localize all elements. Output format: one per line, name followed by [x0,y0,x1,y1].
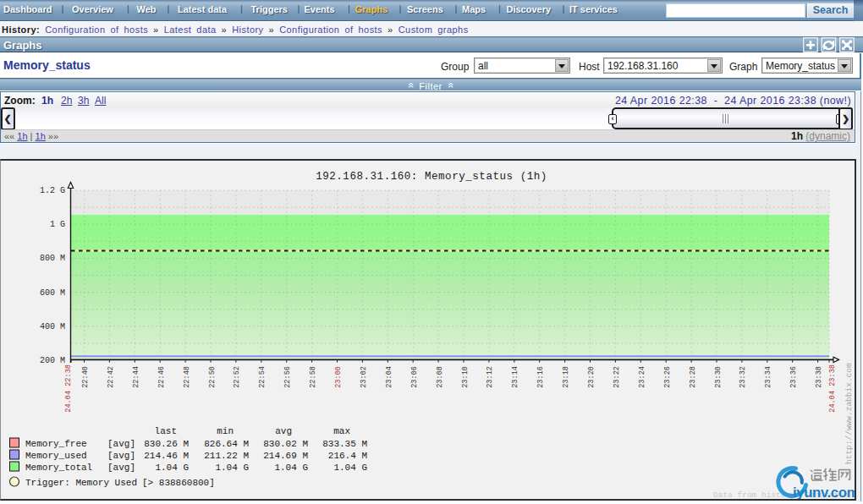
svg-text:23:14: 23:14 [511,366,519,388]
svg-text:[avg]: [avg] [107,463,135,473]
svg-text:22:44: 22:44 [132,366,140,388]
svg-text:1.04 G: 1.04 G [333,463,367,473]
svg-text:max: max [333,426,350,436]
svg-text:23:36: 23:36 [789,366,798,388]
svg-text:23:12: 23:12 [486,366,494,388]
svg-text:[avg]: [avg] [107,439,135,449]
svg-text:1.04 G: 1.04 G [274,463,308,473]
svg-text:22:58: 22:58 [309,366,317,388]
svg-text:830.02 M: 830.02 M [263,439,308,449]
svg-text:1.04 G: 1.04 G [155,463,189,473]
svg-text:Memory_total: Memory_total [25,463,92,473]
svg-text:23:26: 23:26 [663,366,672,388]
svg-text:23:04: 23:04 [385,366,393,388]
svg-text:23:38: 23:38 [815,366,823,388]
svg-text:23:08: 23:08 [436,366,444,388]
svg-text:Memory_free: Memory_free [25,439,87,449]
svg-text:211.22 M: 211.22 M [204,451,249,461]
svg-text:22:54: 22:54 [258,366,267,388]
svg-text:24.04 22:38: 24.04 22:38 [64,364,73,413]
svg-text:23:06: 23:06 [410,366,419,388]
svg-text:22:52: 22:52 [233,366,241,388]
svg-text:826.64 M: 826.64 M [204,439,249,449]
svg-text:400 M: 400 M [40,322,65,331]
svg-text:22:56: 22:56 [283,366,292,388]
svg-text:23:30: 23:30 [714,366,723,388]
svg-text:24.04 23:38: 24.04 23:38 [828,364,837,413]
svg-text:200 M: 200 M [40,356,65,365]
svg-text:22:50: 22:50 [208,366,217,388]
svg-text:23:32: 23:32 [739,366,747,388]
svg-text:22:46: 22:46 [157,366,166,388]
svg-text:216.4 M: 216.4 M [328,451,367,461]
svg-text:830.26 M: 830.26 M [144,439,189,449]
svg-text:800 M: 800 M [40,254,65,263]
svg-text:23:00: 23:00 [334,366,343,388]
svg-text:Memory_used: Memory_used [25,451,87,461]
svg-text:22:40: 22:40 [81,366,90,388]
svg-text:Trigger: Memory Used: Trigger: Memory Used [25,478,137,488]
svg-text:[avg]: [avg] [107,451,135,461]
svg-text:1.04 G: 1.04 G [215,463,249,473]
svg-text:23:28: 23:28 [689,366,697,388]
svg-text:23:34: 23:34 [764,366,772,388]
svg-text:last: last [155,426,177,436]
svg-text:[> 838860800]: [> 838860800] [142,478,215,488]
svg-text:23:20: 23:20 [587,366,596,388]
svg-text:1.2 G: 1.2 G [40,186,65,195]
svg-text:22:48: 22:48 [183,366,191,388]
svg-text:23:02: 23:02 [360,366,368,388]
svg-text:23:16: 23:16 [536,366,545,388]
svg-text:192.168.31.160: Memory_status: 192.168.31.160: Memory_status (1h) [316,171,547,183]
svg-text:23:10: 23:10 [461,366,470,388]
svg-text:avg: avg [275,426,292,436]
svg-text:833.35 M: 833.35 M [322,439,367,449]
svg-text:23:22: 23:22 [613,366,621,388]
svg-text:23:18: 23:18 [562,366,570,388]
svg-text:22:42: 22:42 [107,366,115,388]
svg-text:214.69 M: 214.69 M [263,451,308,461]
svg-text:http://www.zabbix.com: http://www.zabbix.com [844,363,854,464]
svg-text:600 M: 600 M [40,288,65,298]
svg-text:min: min [217,426,234,436]
svg-text:1 G: 1 G [50,220,65,229]
svg-text:214.46 M: 214.46 M [144,451,189,461]
svg-text:23:24: 23:24 [638,366,646,388]
svg-text:iyunv.com: iyunv.com [793,485,855,499]
